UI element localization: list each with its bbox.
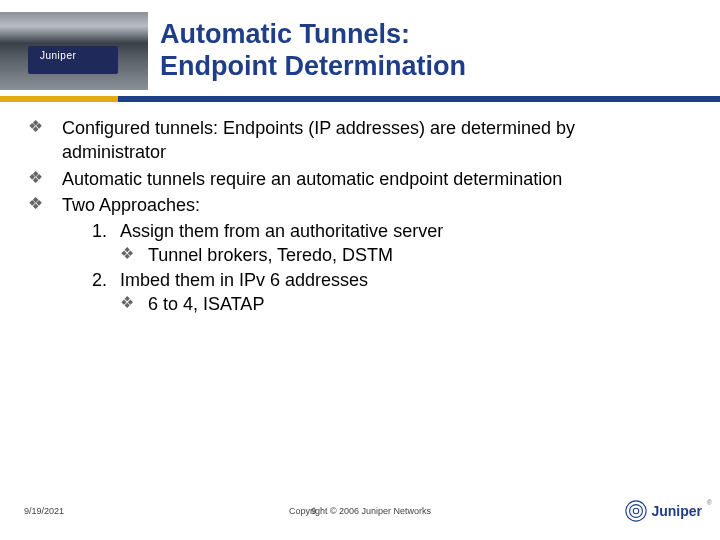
slide-title: Automatic Tunnels: Endpoint Determinatio…	[160, 12, 466, 83]
sub-bullet-text: Tunnel brokers, Teredo, DSTM	[148, 243, 393, 267]
svg-point-2	[626, 501, 646, 521]
item-number: 2.	[92, 268, 120, 292]
slide-footer: 9/19/2021 Copyright © 2006 Juniper Netwo…	[0, 500, 720, 522]
bullet-text: Two Approaches:	[62, 193, 680, 217]
slide-body: ❖ Configured tunnels: Endpoints (IP addr…	[28, 116, 680, 316]
bullet-item: ❖ Automatic tunnels require an automatic…	[28, 167, 680, 191]
logo-text-label: Juniper	[651, 503, 702, 519]
juniper-logo: Juniper®	[625, 500, 702, 522]
juniper-logo-text: Juniper®	[651, 503, 702, 519]
accent-bar	[0, 96, 720, 102]
item-text: Imbed them in IPv 6 addresses	[120, 268, 368, 292]
title-line-2: Endpoint Determination	[160, 51, 466, 81]
bullet-text: Configured tunnels: Endpoints (IP addres…	[62, 116, 680, 165]
item-number: 1.	[92, 219, 120, 243]
footer-copyright: Copyright © 2006 Juniper Networks	[0, 506, 720, 516]
slide-header: Juniper Automatic Tunnels: Endpoint Dete…	[0, 0, 720, 90]
diamond-bullet-icon: ❖	[28, 116, 62, 165]
item-text: Assign them from an authoritative server	[120, 219, 443, 243]
registered-icon: ®	[707, 499, 712, 506]
accent-gold	[0, 96, 118, 102]
juniper-logo-icon	[625, 500, 647, 522]
accent-blue	[118, 96, 720, 102]
diamond-bullet-icon: ❖	[120, 243, 148, 267]
bullet-item: ❖ Two Approaches:	[28, 193, 680, 217]
bullet-text: Automatic tunnels require an automatic e…	[62, 167, 680, 191]
numbered-item: 2. Imbed them in IPv 6 addresses	[92, 268, 680, 292]
numbered-item: 1. Assign them from an authoritative ser…	[92, 219, 680, 243]
bullet-item: ❖ Configured tunnels: Endpoints (IP addr…	[28, 116, 680, 165]
header-product-image: Juniper	[0, 12, 148, 90]
header-image-label: Juniper	[40, 50, 76, 61]
numbered-sublist: 1. Assign them from an authoritative ser…	[92, 219, 680, 316]
sub-bullet-item: ❖ 6 to 4, ISATAP	[120, 292, 680, 316]
diamond-bullet-icon: ❖	[28, 167, 62, 191]
sub-bullet-text: 6 to 4, ISATAP	[148, 292, 264, 316]
diamond-bullet-icon: ❖	[120, 292, 148, 316]
svg-point-1	[630, 505, 643, 518]
diamond-bullet-icon: ❖	[28, 193, 62, 217]
title-line-1: Automatic Tunnels:	[160, 19, 410, 49]
svg-point-0	[634, 508, 640, 514]
sub-bullet-item: ❖ Tunnel brokers, Teredo, DSTM	[120, 243, 680, 267]
